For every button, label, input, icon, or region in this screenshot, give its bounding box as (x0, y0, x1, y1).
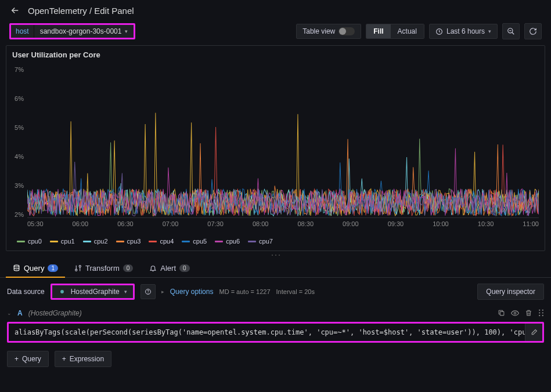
x-tick: 05:30 (27, 220, 44, 227)
chart-panel: User Utilization per Core 7%6%5%4%3%2% 0… (6, 45, 545, 251)
chevron-right-icon[interactable]: ▸ (161, 289, 164, 295)
legend-item[interactable]: cpu6 (215, 238, 240, 245)
legend-item[interactable]: cpu3 (116, 238, 141, 245)
duplicate-query-icon[interactable] (498, 309, 505, 317)
legend-label: cpu7 (259, 238, 273, 245)
fill-option[interactable]: Fill (366, 24, 390, 38)
legend-label: cpu5 (193, 238, 207, 245)
x-tick: 08:00 (253, 220, 269, 227)
chart-area[interactable]: 7%6%5%4%3%2% 05:3006:0006:3007:0007:3008… (6, 61, 545, 235)
legend-item[interactable]: cpu1 (50, 238, 75, 245)
plus-icon: + (62, 355, 66, 363)
table-view-toggle[interactable]: Table view (296, 24, 361, 39)
add-expression-button[interactable]: + Expression (55, 351, 111, 367)
svg-point-4 (272, 255, 273, 256)
tab-alert[interactable]: Alert 0 (142, 259, 196, 277)
x-tick: 10:30 (478, 220, 494, 227)
svg-line-2 (512, 32, 514, 35)
datasource-label: Data source (7, 288, 45, 296)
legend-swatch (215, 241, 223, 242)
legend-swatch (17, 241, 25, 242)
legend-swatch (83, 241, 91, 242)
clock-icon (435, 28, 443, 35)
chevron-down-icon[interactable]: ⌄ (7, 310, 12, 316)
plus-icon: + (15, 355, 19, 363)
x-tick: 09:30 (388, 220, 404, 227)
host-variable-label: host (11, 25, 34, 38)
legend-swatch (116, 241, 124, 242)
x-tick: 11:00 (523, 220, 539, 227)
drag-handle-icon[interactable] (538, 309, 544, 317)
tab-query[interactable]: Query 1 (6, 259, 65, 277)
transform-icon (74, 264, 82, 272)
query-ref-letter[interactable]: A (17, 309, 23, 317)
toggle-visibility-icon[interactable] (511, 309, 519, 317)
fill-actual-switch[interactable]: Fill Actual (366, 24, 424, 39)
svg-rect-13 (500, 311, 504, 315)
x-tick: 07:00 (163, 220, 179, 227)
bell-icon (149, 264, 157, 272)
query-expression-text[interactable]: aliasByTags(scale(perSecond(seriesByTag(… (9, 324, 525, 341)
datasource-help-button[interactable] (141, 284, 156, 299)
zoom-out-button[interactable] (502, 23, 520, 39)
chart-plot[interactable] (27, 66, 539, 218)
legend-label: cpu0 (28, 238, 42, 245)
back-button[interactable] (9, 5, 21, 16)
legend-item[interactable]: cpu2 (83, 238, 108, 245)
query-count-badge: 1 (48, 264, 58, 272)
y-tick: 4% (6, 153, 24, 160)
x-axis: 05:3006:0006:3007:0007:3008:0008:3009:00… (27, 220, 539, 227)
svg-point-19 (539, 315, 540, 316)
panel-resize-handle[interactable] (0, 251, 551, 259)
svg-point-20 (542, 315, 543, 316)
svg-point-14 (514, 312, 516, 314)
legend-item[interactable]: cpu4 (149, 238, 174, 245)
host-variable-value[interactable]: sandbox-gorgon-30s-0001 ▾ (34, 25, 134, 38)
svg-point-5 (275, 255, 276, 256)
host-variable-selector[interactable]: host sandbox-gorgon-30s-0001 ▾ (9, 23, 135, 39)
datasource-icon (58, 288, 66, 296)
alert-count-badge: 0 (179, 264, 190, 272)
transform-count-badge: 0 (123, 264, 134, 272)
y-tick: 7% (6, 66, 24, 73)
tab-transform[interactable]: Transform 0 (67, 259, 140, 277)
query-expression-input[interactable]: aliasByTags(scale(perSecond(seriesByTag(… (7, 322, 544, 343)
svg-point-17 (539, 312, 540, 313)
legend-swatch (182, 241, 190, 242)
query-inspector-button[interactable]: Query inspector (477, 284, 544, 300)
x-tick: 06:00 (73, 220, 89, 227)
datasource-selector[interactable]: HostedGraphite ▾ (51, 284, 135, 300)
chevron-down-icon: ▾ (488, 28, 491, 34)
query-options-link[interactable]: Query options (170, 288, 214, 296)
md-info: MD = auto = 1227 (219, 288, 270, 295)
chart-legend: cpu0cpu1cpu2cpu3cpu4cpu5cpu6cpu7 (6, 235, 545, 251)
x-tick: 10:00 (433, 220, 449, 227)
svg-point-16 (542, 310, 543, 311)
legend-item[interactable]: cpu5 (182, 238, 207, 245)
x-tick: 09:00 (343, 220, 359, 227)
svg-point-6 (279, 255, 280, 256)
actual-option[interactable]: Actual (391, 24, 424, 38)
legend-item[interactable]: cpu7 (248, 238, 273, 245)
database-icon (13, 264, 20, 272)
y-tick: 3% (6, 182, 24, 189)
y-axis: 7%6%5%4%3%2% (6, 66, 26, 218)
legend-label: cpu2 (94, 238, 108, 245)
edit-query-button[interactable] (525, 324, 542, 341)
legend-label: cpu1 (61, 238, 75, 245)
delete-query-icon[interactable] (525, 309, 532, 317)
refresh-button[interactable] (524, 23, 542, 39)
add-query-button[interactable]: + Query (7, 351, 49, 367)
time-range-picker[interactable]: Last 6 hours ▾ (429, 24, 498, 39)
editor-tabs: Query 1 Transform 0 Alert 0 (0, 259, 551, 278)
y-tick: 5% (6, 124, 24, 131)
x-tick: 06:30 (117, 220, 134, 227)
legend-label: cpu4 (160, 238, 174, 245)
interval-info: Interval = 20s (276, 288, 315, 295)
legend-item[interactable]: cpu0 (17, 238, 42, 245)
svg-point-8 (75, 269, 77, 271)
toggle-icon (338, 27, 355, 35)
svg-point-10 (60, 290, 64, 293)
legend-swatch (50, 241, 58, 242)
y-tick: 2% (6, 211, 24, 218)
